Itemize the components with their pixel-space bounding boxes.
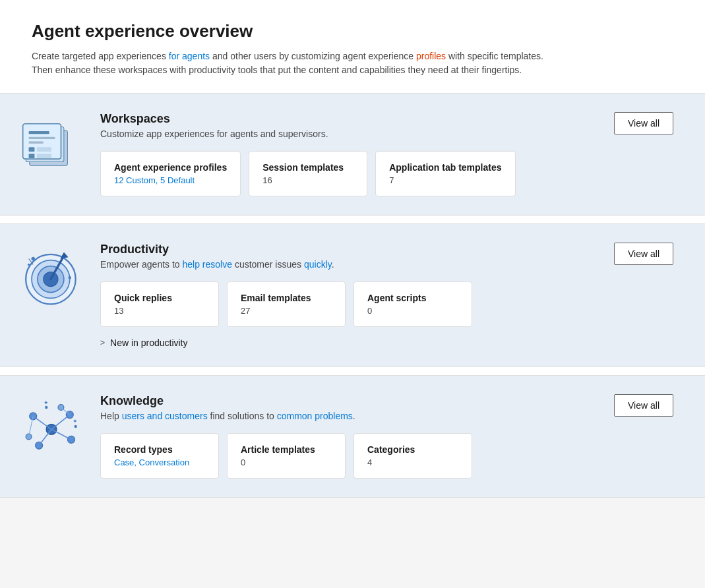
svg-line-30 (39, 429, 51, 445)
article-templates-card[interactable]: Article templates 0 (227, 433, 346, 479)
email-templates-value: 27 (241, 306, 332, 316)
productivity-view-all-button[interactable]: View all (614, 243, 673, 265)
agent-experience-profiles-title: Agent experience profiles (114, 162, 227, 173)
record-types-card[interactable]: Record types Case, Conversation (100, 433, 219, 479)
knowledge-subtitle: Help users and customers find solutions … (100, 411, 614, 421)
svg-marker-15 (60, 252, 68, 258)
workspaces-content: Workspaces Customize app experiences for… (100, 112, 673, 196)
knowledge-cards: Record types Case, Conversation Article … (100, 433, 673, 479)
productivity-section: Productivity Empower agents to help reso… (0, 223, 705, 367)
svg-rect-3 (29, 131, 49, 134)
quickly-link[interactable]: quickly (304, 259, 332, 270)
article-templates-value: 0 (241, 457, 332, 467)
productivity-cards: Quick replies 13 Email templates 27 Agen… (100, 281, 673, 327)
knowledge-icon: ✦ ✦ (18, 394, 84, 460)
svg-line-29 (51, 429, 71, 440)
quick-replies-card[interactable]: Quick replies 13 (100, 281, 219, 327)
page-header: Agent experience overview Create targete… (0, 0, 705, 93)
session-templates-title: Session templates (262, 162, 353, 173)
agent-scripts-card[interactable]: Agent scripts 0 (353, 281, 472, 327)
main-container: Agent experience overview Create targete… (0, 0, 705, 498)
agent-experience-profiles-value: 12 Custom, 5 Default (114, 175, 227, 185)
page-title: Agent experience overview (32, 21, 673, 42)
categories-title: Categories (367, 444, 458, 455)
svg-text:✦: ✦ (44, 399, 49, 406)
svg-point-25 (26, 434, 32, 440)
common-problems-link[interactable]: common problems (277, 411, 353, 421)
categories-value: 4 (367, 457, 458, 467)
application-tab-templates-value: 7 (389, 175, 501, 185)
page-description: Create targeted app experiences for agen… (32, 49, 546, 77)
productivity-content: Productivity Empower agents to help reso… (100, 243, 673, 348)
knowledge-view-all-button[interactable]: View all (614, 394, 673, 417)
knowledge-content: Knowledge Help users and customers find … (100, 394, 673, 479)
email-templates-card[interactable]: Email templates 27 (227, 281, 346, 327)
help-resolve-link[interactable]: help resolve (183, 259, 233, 270)
categories-card[interactable]: Categories 4 (353, 433, 472, 479)
session-templates-value: 16 (262, 175, 353, 185)
record-types-title: Record types (114, 444, 205, 455)
users-customers-link[interactable]: users and customers (122, 411, 208, 421)
svg-rect-5 (29, 141, 44, 143)
new-in-productivity-expand[interactable]: > New in productivity (100, 338, 673, 348)
session-templates-card[interactable]: Session templates 16 (249, 151, 367, 196)
workspaces-icon (18, 112, 84, 178)
svg-line-28 (51, 415, 70, 429)
svg-text:✦: ✦ (73, 418, 78, 425)
profiles-link[interactable]: profiles (416, 51, 446, 61)
knowledge-section: ✦ ✦ Knowledge Help users and customers f… (0, 375, 705, 498)
svg-rect-4 (29, 137, 55, 139)
svg-line-27 (33, 416, 51, 429)
new-in-productivity-label: New in productivity (110, 338, 188, 348)
knowledge-title: Knowledge (100, 394, 614, 408)
article-templates-title: Article templates (241, 444, 332, 455)
svg-rect-8 (29, 154, 35, 158)
email-templates-title: Email templates (241, 293, 332, 303)
svg-point-23 (67, 436, 75, 443)
quick-replies-value: 13 (114, 306, 205, 316)
productivity-subtitle: Empower agents to help resolve customer … (100, 259, 614, 270)
application-tab-templates-title: Application tab templates (389, 162, 501, 173)
svg-point-33 (45, 406, 47, 409)
workspaces-view-all-button[interactable]: View all (614, 112, 673, 134)
chevron-right-icon: > (100, 338, 105, 347)
agent-experience-profiles-card[interactable]: Agent experience profiles 12 Custom, 5 D… (100, 151, 241, 196)
quick-replies-title: Quick replies (114, 293, 205, 303)
productivity-title: Productivity (100, 243, 614, 256)
workspaces-cards: Agent experience profiles 12 Custom, 5 D… (100, 151, 673, 196)
workspaces-title: Workspaces (100, 112, 614, 126)
agent-scripts-title: Agent scripts (367, 293, 458, 303)
svg-point-34 (74, 425, 77, 428)
agent-scripts-value: 0 (367, 306, 458, 316)
svg-point-17 (28, 264, 30, 266)
svg-rect-7 (37, 147, 51, 152)
svg-point-16 (31, 257, 35, 261)
workspaces-subtitle: Customize app experiences for agents and… (100, 129, 614, 139)
svg-point-19 (69, 276, 71, 279)
svg-rect-9 (37, 154, 51, 158)
workspaces-section: Workspaces Customize app experiences for… (0, 93, 705, 216)
productivity-icon (18, 243, 84, 309)
for-agents-link[interactable]: for agents (169, 51, 210, 61)
application-tab-templates-card[interactable]: Application tab templates 7 (375, 151, 515, 196)
record-types-value: Case, Conversation (114, 457, 205, 467)
svg-rect-6 (29, 147, 35, 152)
